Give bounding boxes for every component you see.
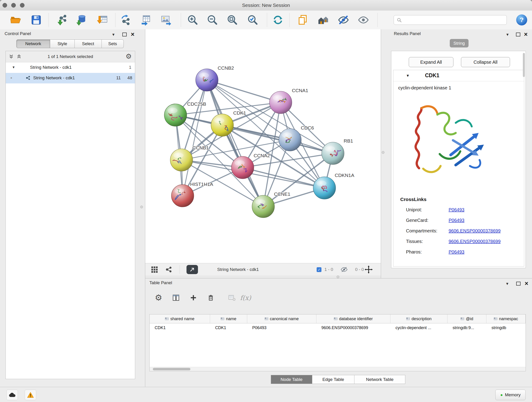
- show-elements-button[interactable]: [357, 14, 370, 26]
- table-cell[interactable]: CDK1: [210, 323, 247, 332]
- network-node-CDK1[interactable]: [211, 114, 234, 136]
- selected-indicator-checkbox[interactable]: ✓: [317, 267, 322, 272]
- crosslink-compartments[interactable]: 9606.ENSP00000378699: [449, 228, 500, 234]
- expand-all-button[interactable]: Expand All: [409, 57, 453, 67]
- network-node-CDC6[interactable]: [279, 128, 301, 151]
- new-network-button[interactable]: [120, 14, 132, 26]
- apply-layout-button[interactable]: [272, 14, 284, 26]
- node-label-CDC25B: CDC25B: [187, 101, 206, 107]
- table-cell[interactable]: stringdb: [486, 323, 526, 332]
- network-edge[interactable]: [207, 80, 281, 102]
- column-header-database-identifier[interactable]: database identifier: [317, 314, 391, 323]
- network-row-selected[interactable]: ● String Network - cdk1 11 48: [6, 73, 135, 83]
- column-header-canonical-name[interactable]: canonical name: [247, 314, 317, 323]
- tab-string[interactable]: String: [450, 39, 469, 47]
- birdseye-view-button[interactable]: [151, 263, 158, 276]
- import-table-icon: [97, 14, 108, 26]
- network-node-HIST1H1A[interactable]: [171, 185, 194, 207]
- tab-network-table[interactable]: Network Table: [355, 375, 405, 384]
- home-networks-button[interactable]: [317, 14, 329, 26]
- memory-button[interactable]: ● Memory: [495, 390, 526, 400]
- network-options-button[interactable]: ⚙: [126, 53, 132, 60]
- zoom-out-button[interactable]: [206, 14, 218, 26]
- delete-table-button[interactable]: [226, 292, 238, 304]
- network-edge[interactable]: [183, 80, 207, 196]
- network-node-CCNB2[interactable]: [196, 69, 218, 91]
- import-table-file-button[interactable]: [96, 14, 109, 26]
- results-panel-close-button[interactable]: ×: [522, 30, 530, 38]
- zoom-fit-button[interactable]: [226, 14, 238, 26]
- table-panel-collapse-button[interactable]: ▾: [504, 279, 511, 288]
- crosslink-tissues[interactable]: 9606.ENSP00000378699: [449, 239, 500, 244]
- table-cell[interactable]: P06493: [247, 323, 317, 332]
- table-row[interactable]: CDK1CDK1P064939606.ENSP00000378699cyclin…: [150, 323, 526, 332]
- search-input[interactable]: [404, 16, 506, 24]
- network-edge[interactable]: [207, 80, 263, 206]
- bottom-splitter-handle[interactable]: [336, 275, 339, 278]
- control-panel-float-button[interactable]: [121, 30, 128, 38]
- network-node-CCNA2[interactable]: [231, 156, 254, 179]
- network-node-RB1[interactable]: [322, 142, 344, 165]
- network-node-CCNE1[interactable]: [252, 195, 274, 218]
- column-header-name[interactable]: name: [210, 314, 247, 323]
- results-panel-float-button[interactable]: [514, 30, 522, 38]
- crosslink-pharos[interactable]: P06493: [449, 249, 464, 255]
- column-header-shared-name[interactable]: shared name: [150, 314, 210, 323]
- results-panel-collapse-button[interactable]: ▾: [504, 30, 511, 38]
- table-panel-close-button[interactable]: ×: [523, 279, 530, 288]
- network-style-button[interactable]: [165, 263, 172, 276]
- pan-mode-button[interactable]: [364, 263, 373, 276]
- hide-elements-button[interactable]: [337, 14, 350, 26]
- control-panel-collapse-button[interactable]: ▾: [110, 30, 117, 38]
- zoom-in-button[interactable]: [186, 14, 199, 26]
- table-hscrollbar-thumb[interactable]: [153, 368, 190, 370]
- network-collection-row[interactable]: ▾ String Network - cdk1 1: [6, 62, 135, 73]
- tab-select[interactable]: Select: [75, 39, 102, 48]
- hidden-indicator[interactable]: [341, 263, 348, 276]
- tab-node-table[interactable]: Node Table: [271, 375, 312, 384]
- table-hscrollbar[interactable]: [150, 367, 526, 371]
- delete-columns-button[interactable]: [205, 292, 217, 304]
- network-node-CCNB1[interactable]: [170, 149, 193, 171]
- gene-section-header[interactable]: ▾ CDK1: [393, 70, 524, 81]
- import-network-file-button[interactable]: [56, 14, 68, 26]
- show-columns-button[interactable]: [170, 292, 182, 304]
- copy-document-button[interactable]: [297, 14, 309, 26]
- table-cell[interactable]: cyclin-dependent ...: [390, 323, 447, 332]
- network-node-CDC25B[interactable]: [164, 104, 187, 126]
- create-column-button[interactable]: [187, 292, 199, 304]
- network-canvas[interactable]: CCNB2CCNA1CDC25BCDK1CDC6RB1CCNB1CCNA2CDK…: [145, 29, 381, 263]
- column-header-description[interactable]: description: [390, 314, 447, 323]
- tab-edge-table[interactable]: Edge Table: [312, 375, 355, 384]
- cloud-status-button[interactable]: [6, 390, 18, 400]
- collapse-all-button[interactable]: Collapse All: [461, 57, 510, 67]
- tab-style[interactable]: Style: [50, 39, 75, 48]
- function-builder-button[interactable]: f(x): [240, 292, 252, 304]
- open-in-new-view-button[interactable]: [186, 265, 198, 274]
- right-splitter-handle[interactable]: [382, 151, 385, 154]
- table-options-button[interactable]: ⚙: [152, 292, 165, 304]
- table-cell[interactable]: CDK1: [150, 323, 210, 332]
- column-header-namespac[interactable]: namespac: [486, 314, 526, 323]
- left-splitter-handle[interactable]: [140, 206, 143, 208]
- control-panel-close-button[interactable]: ×: [129, 30, 136, 38]
- crosslink-genecard[interactable]: P06493: [449, 218, 464, 223]
- help-button[interactable]: ?: [516, 14, 527, 26]
- table-cell[interactable]: 9606.ENSP00000378699: [317, 323, 391, 332]
- export-image-button[interactable]: [160, 14, 172, 26]
- table-panel-float-button[interactable]: [515, 279, 522, 288]
- open-session-button[interactable]: [9, 14, 22, 26]
- crosslink-uniprot[interactable]: P06493: [449, 207, 464, 212]
- column-header--id[interactable]: @id: [447, 314, 486, 323]
- network-node-CCNA1[interactable]: [269, 91, 292, 114]
- tab-sets[interactable]: Sets: [102, 39, 124, 48]
- network-node-CDKN1A[interactable]: [313, 177, 336, 199]
- table-cell[interactable]: stringdb:9...: [447, 323, 486, 332]
- save-session-button[interactable]: [30, 14, 42, 26]
- disclosure-triangle-icon: ▾: [13, 65, 15, 70]
- warnings-button[interactable]: [25, 390, 36, 400]
- zoom-selected-button[interactable]: [246, 14, 259, 26]
- import-network-database-button[interactable]: [75, 14, 88, 26]
- export-table-button[interactable]: [140, 14, 152, 26]
- tab-network[interactable]: Network: [16, 39, 50, 48]
